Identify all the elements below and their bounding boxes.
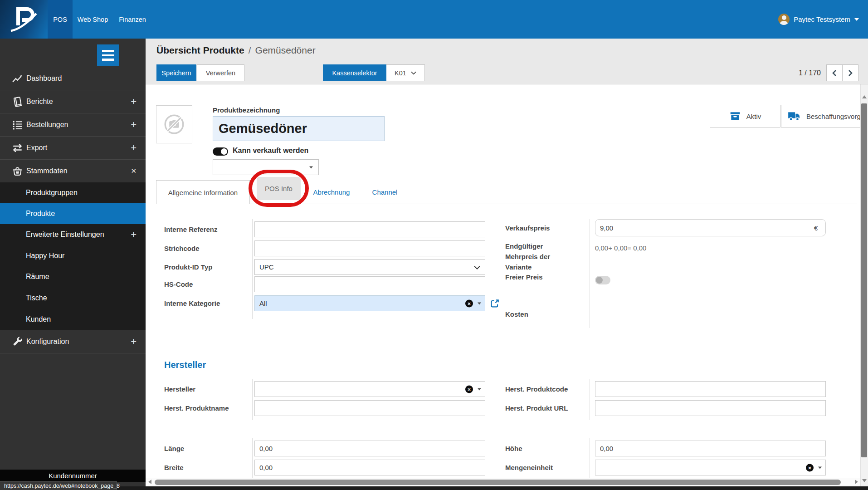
sidebar-item-stammdaten[interactable]: Stammdaten ✕ [0, 159, 146, 182]
hamburger-menu-button[interactable] [97, 44, 119, 66]
verkaufspreis-input[interactable] [595, 219, 826, 236]
product-image-placeholder[interactable] [156, 105, 192, 143]
sidebar-item-export[interactable]: Export + [0, 136, 146, 159]
sidebar-item-label: Dashboard [26, 74, 62, 83]
user-name: Paytec Testsystem [794, 15, 850, 23]
mehrpreis-computed-value: 0,00+ 0,00= 0,00 [595, 244, 646, 252]
scroll-left-arrow-icon[interactable] [148, 480, 151, 484]
sidebar-item-dashboard[interactable]: Dashboard [0, 67, 146, 90]
chevron-down-icon[interactable] [818, 466, 822, 469]
hs-code-input[interactable] [254, 276, 485, 292]
herst-produkt-url-input[interactable] [595, 400, 826, 416]
interne-kategorie-value: All [259, 299, 267, 307]
tab-pos-info[interactable]: POS Info [257, 177, 301, 200]
kassenselektor-button[interactable]: Kassenselektor [323, 64, 386, 81]
expand-plus-icon[interactable]: + [131, 142, 137, 154]
group-divider [252, 438, 253, 480]
sidebar-subitem-raeume[interactable]: Räume [0, 266, 146, 287]
breite-input[interactable] [254, 460, 485, 475]
sidebar: Dashboard Berichte + Bestellungen + [0, 39, 146, 490]
aktiv-button[interactable]: Aktiv [710, 105, 780, 127]
collapse-close-icon[interactable]: ✕ [131, 167, 137, 175]
pager-prev-button[interactable] [826, 64, 843, 81]
expand-plus-icon[interactable]: + [131, 336, 137, 348]
tab-channel[interactable]: Channel [366, 180, 404, 204]
herst-produktcode-input[interactable] [595, 381, 826, 397]
chevron-down-icon[interactable] [478, 302, 481, 304]
book-icon [12, 96, 23, 107]
external-link-icon[interactable] [490, 299, 500, 309]
expand-plus-icon[interactable]: + [131, 229, 137, 240]
topnav-item-pos[interactable]: POS [48, 0, 73, 39]
laenge-input[interactable] [254, 441, 485, 456]
expand-plus-icon[interactable]: + [131, 96, 137, 108]
brand-logo[interactable] [0, 0, 48, 39]
sidebar-item-label: Export [26, 144, 47, 152]
beschaffung-label: Beschaffungsvorg [806, 113, 860, 120]
clear-icon[interactable] [465, 385, 473, 393]
product-type-select[interactable] [213, 159, 319, 175]
sidebar-subitem-produktgruppen[interactable]: Produktgruppen [0, 182, 146, 203]
pager-next-button[interactable] [842, 64, 858, 81]
sidebar-item-konfiguration[interactable]: Konfiguration + [0, 330, 146, 353]
tab-abrechnung[interactable]: Abrechnung [307, 180, 356, 204]
scroll-down-arrow-icon[interactable] [862, 479, 867, 482]
scroll-right-arrow-icon[interactable] [855, 480, 858, 484]
hersteller-select[interactable] [254, 381, 485, 397]
breadcrumb-current: Gemüsedöner [255, 45, 316, 56]
produkt-id-typ-select[interactable]: UPC [254, 259, 485, 275]
kasse-select[interactable]: K01 [386, 64, 425, 81]
sidebar-subitem-produkte[interactable]: Produkte [0, 203, 146, 224]
sidebar-subitem-happy-hour[interactable]: Happy Hour [0, 245, 146, 266]
discard-button[interactable]: Verwerfen [197, 64, 244, 81]
app-window: POS Web Shop Finanzen Paytec Testsystem … [0, 0, 868, 490]
field-label-hoehe: Höhe [505, 441, 522, 456]
sidebar-item-label: Konfiguration [26, 338, 69, 346]
kassenselektor-label: Kassenselektor [332, 69, 377, 77]
breadcrumb-separator: / [249, 45, 251, 56]
product-name-input[interactable] [213, 116, 385, 141]
stammdaten-submenu: Produktgruppen Produkte Erweiterte Einst… [0, 182, 146, 330]
interne-referenz-input[interactable] [254, 221, 485, 237]
kundennummer-label: Kundennummer [49, 472, 97, 480]
sellable-toggle[interactable] [213, 147, 228, 156]
field-label-laenge: Länge [164, 441, 184, 456]
topnav-item-webshop[interactable]: Web Shop [74, 0, 112, 39]
horizontal-scrollbar-thumb[interactable] [155, 480, 841, 485]
field-label-interne-kategorie: Interne Kategorie [164, 295, 220, 311]
interne-kategorie-select[interactable]: All [254, 295, 485, 311]
beschaffung-button[interactable]: Beschaffungsvorg [781, 105, 860, 127]
breadcrumb-parent[interactable]: Übersicht Produkte [156, 45, 244, 56]
sidebar-subitem-tische[interactable]: Tische [0, 288, 146, 309]
herst-produktname-input[interactable] [254, 400, 485, 416]
scroll-up-arrow-icon[interactable] [862, 95, 867, 98]
chevron-down-icon [411, 71, 416, 75]
paytec-logo-icon [10, 6, 38, 33]
expand-plus-icon[interactable]: + [131, 119, 137, 131]
kasse-value: K01 [395, 69, 406, 77]
browser-status-url: https://cash.paytec.de/web#notebook_page… [0, 481, 117, 490]
chevron-down-icon[interactable] [478, 388, 481, 390]
clear-icon[interactable] [465, 299, 473, 307]
kundennummer-bar: Kundennummer [0, 470, 146, 482]
toggle-knob [596, 277, 603, 284]
tab-allgemeine-information[interactable]: Allgemeine Information [156, 180, 250, 204]
strichcode-input[interactable] [254, 240, 485, 256]
freier-preis-toggle[interactable] [595, 276, 610, 284]
topnav-item-finanzen[interactable]: Finanzen [114, 0, 151, 39]
save-button[interactable]: Speichern [156, 64, 196, 81]
field-label-herst-produkt-url: Herst. Produkt URL [505, 400, 568, 416]
sidebar-subitem-kunden[interactable]: Kunden [0, 309, 146, 330]
clear-icon[interactable] [806, 464, 814, 471]
vertical-scrollbar-thumb[interactable] [861, 103, 867, 457]
field-label-herst-produktcode: Herst. Produktcode [505, 381, 568, 397]
sidebar-item-berichte[interactable]: Berichte + [0, 90, 146, 113]
user-menu[interactable]: Paytec Testsystem [778, 0, 859, 39]
mengeneinheit-select[interactable] [595, 460, 826, 475]
hoehe-input[interactable] [595, 441, 826, 456]
save-label: Speichern [161, 69, 191, 77]
field-label-produkt-id-typ: Produkt-ID Typ [164, 259, 212, 275]
chevron-right-icon [848, 70, 853, 76]
sidebar-subitem-erweiterte-einstellungen[interactable]: Erweiterte Einstellungen + [0, 224, 146, 245]
sidebar-item-bestellungen[interactable]: Bestellungen + [0, 113, 146, 136]
